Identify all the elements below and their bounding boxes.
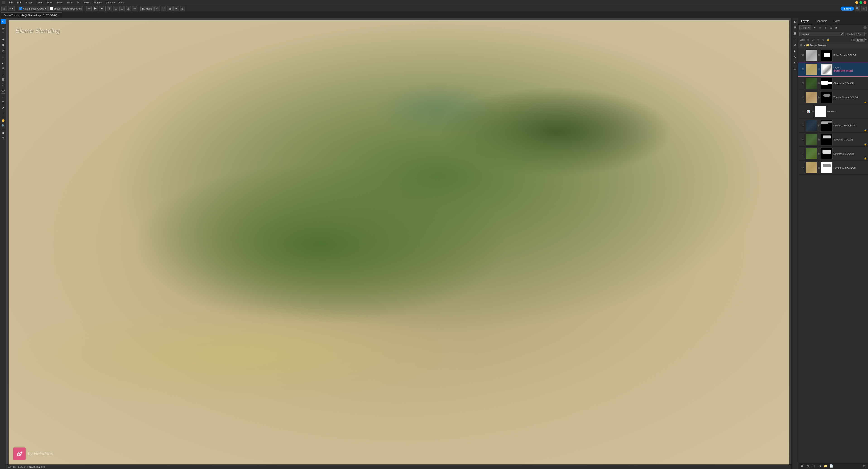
icon-color[interactable]: ◐: [793, 19, 797, 24]
window-minimize[interactable]: [855, 1, 858, 4]
extra-toggle[interactable]: ✦: [174, 6, 179, 11]
layer-row-polar[interactable]: 👁 ⛓ Polar Biome COLOR: [798, 48, 868, 62]
tool-gradient[interactable]: ▦: [1, 77, 6, 82]
layer-row-savanna[interactable]: 👁 ⛓ Savanna COLOR 🔒: [798, 133, 868, 147]
grid-toggle[interactable]: ⊞: [167, 6, 173, 11]
decidious-visibility-icon[interactable]: 👁: [801, 152, 805, 155]
group-visibility-icon[interactable]: 👁: [799, 43, 803, 47]
auto-select-checkbox[interactable]: [19, 7, 22, 10]
menu-help[interactable]: Help: [117, 1, 126, 4]
tab-layers[interactable]: Layers: [798, 18, 812, 24]
layer-row-decidious[interactable]: 👁 ⛓ Decidious COLOR 🔒: [798, 147, 868, 160]
icon-actions[interactable]: ▶: [793, 49, 797, 54]
document-tab[interactable]: Dextra Terrain.psb @ 32.4% (Layer 1, RGB…: [1, 12, 62, 18]
icon-history[interactable]: ↺: [793, 42, 797, 48]
group-chevron-icon[interactable]: ▾: [804, 44, 805, 47]
tab-close-button[interactable]: ×: [58, 14, 60, 17]
auto-select-group[interactable]: Auto-Select: Group ▾: [18, 6, 48, 11]
share-button[interactable]: Share: [841, 6, 854, 11]
tool-brush[interactable]: 🖌: [1, 60, 6, 65]
icon-paragraph[interactable]: ¶: [793, 60, 797, 65]
window-maximize[interactable]: [859, 1, 862, 4]
layer-filter-select[interactable]: Kind: [799, 25, 811, 30]
tool-marquee[interactable]: ▭: [1, 26, 6, 31]
lock-all-icon[interactable]: 🔒: [826, 38, 830, 42]
menu-window[interactable]: Window: [104, 1, 117, 4]
filter-smart-icon[interactable]: ◉: [834, 25, 839, 30]
layer-list[interactable]: 👁 ▾ 📁 Dextra Biomes 👁 ⛓ Polar Biome COLO…: [798, 42, 868, 463]
filter-shape-icon[interactable]: ⊞: [829, 25, 833, 30]
tool-eraser[interactable]: ◻: [1, 71, 6, 76]
tool-hand[interactable]: ✋: [1, 118, 6, 123]
rotate-left[interactable]: ↺: [154, 6, 160, 11]
tool-move[interactable]: ↖: [1, 19, 6, 24]
create-group-button[interactable]: 📁: [823, 464, 828, 469]
settings-icon[interactable]: ⚙: [861, 6, 867, 11]
create-layer-button[interactable]: 📄: [829, 464, 834, 469]
lock-transparent-icon[interactable]: ⊠: [806, 38, 810, 42]
blend-mode-select[interactable]: Normal: [799, 32, 844, 36]
delete-layer-button[interactable]: 🗑: [862, 464, 867, 469]
temperate-visibility-icon[interactable]: 👁: [801, 166, 805, 170]
lock-artboard-icon[interactable]: ⊕: [821, 38, 825, 42]
opacity-input[interactable]: [855, 32, 865, 36]
tool-blur[interactable]: ◌: [1, 82, 6, 87]
menu-filter[interactable]: Filter: [65, 1, 74, 4]
align-top[interactable]: ⊤: [106, 6, 112, 11]
canvas-area[interactable]: Biome Blending by Heledahn 32.42% 8192 p…: [6, 18, 792, 469]
fill-input[interactable]: [856, 38, 865, 42]
layer-row-tundra[interactable]: 👁 ⛓ Tundra Biome COLOR 🔒: [798, 90, 868, 105]
tundra-visibility-icon[interactable]: 👁: [801, 96, 805, 99]
lock-position-icon[interactable]: ✛: [816, 38, 820, 42]
sunlight-visibility-icon[interactable]: 👁: [801, 67, 805, 71]
window-close[interactable]: [864, 1, 866, 4]
menu-plugins[interactable]: Plugins: [92, 1, 103, 4]
coniferous-visibility-icon[interactable]: 👁: [801, 124, 805, 127]
camera-toggle[interactable]: ⊡: [180, 6, 185, 11]
layer-row-temperate[interactable]: 👁 ⛓ Tempera...d COLOR: [798, 160, 868, 175]
align-center-h[interactable]: ⊢: [93, 6, 98, 11]
tool-3d[interactable]: ⬡: [1, 136, 6, 141]
group-row-dextra[interactable]: 👁 ▾ 📁 Dextra Biomes: [798, 42, 868, 48]
rotate-right[interactable]: ↻: [161, 6, 166, 11]
layer-row-levels4[interactable]: 👁 📊 ⛓ Levels 4: [798, 105, 868, 118]
tool-spot-heal[interactable]: ✉: [1, 55, 6, 60]
tool-pen[interactable]: ✒: [1, 94, 6, 99]
distribute[interactable]: ⊥: [126, 6, 131, 11]
tool-path-select[interactable]: ↗: [1, 105, 6, 110]
align-left[interactable]: ⊣: [86, 6, 92, 11]
add-style-button[interactable]: fx: [805, 464, 810, 469]
icon-swatches[interactable]: ⊞: [793, 25, 797, 30]
align-right[interactable]: ⊢: [99, 6, 104, 11]
3d-mode[interactable]: 3D Mode: [141, 6, 154, 11]
tool-clone[interactable]: ⊕: [1, 66, 6, 71]
tab-paths[interactable]: Paths: [830, 18, 844, 24]
filter-adj-icon[interactable]: ◈: [818, 25, 822, 30]
filter-active[interactable]: [864, 26, 867, 29]
menu-select[interactable]: Select: [55, 1, 65, 4]
tool-dodge[interactable]: ◯: [1, 87, 6, 92]
add-mask-button[interactable]: ◻: [811, 464, 816, 469]
show-transform[interactable]: Show Transform Controls: [49, 6, 83, 11]
tab-channels[interactable]: Channels: [812, 18, 830, 24]
lock-image-icon[interactable]: 🖌: [811, 38, 815, 42]
icon-gradients[interactable]: ▦: [793, 31, 797, 36]
menu-file[interactable]: File: [7, 1, 15, 4]
create-adjustment-button[interactable]: ◑: [817, 464, 822, 469]
menu-layer[interactable]: Layer: [35, 1, 44, 4]
levels4-visibility-icon[interactable]: 👁: [801, 110, 805, 113]
group-select[interactable]: Group: [37, 7, 44, 10]
filter-text-icon[interactable]: T: [823, 25, 828, 30]
tool-foreground[interactable]: ◼: [1, 130, 6, 135]
transform-checkbox[interactable]: [50, 7, 53, 10]
icon-patterns[interactable]: ⋯: [793, 37, 797, 42]
search-icon[interactable]: 🔍: [855, 6, 860, 11]
fill-chevron[interactable]: ▾: [865, 38, 867, 41]
align-middle[interactable]: ⊥: [113, 6, 118, 11]
tool-crop[interactable]: ⊠: [1, 42, 6, 47]
layer-row-chaparral[interactable]: 👁 ⛓ Chaparral COLOR: [798, 76, 868, 90]
menu-type[interactable]: Type: [45, 1, 54, 4]
align-bottom[interactable]: ⊥: [119, 6, 125, 11]
menu-view[interactable]: View: [83, 1, 91, 4]
chaparral-visibility-icon[interactable]: 👁: [801, 82, 805, 85]
